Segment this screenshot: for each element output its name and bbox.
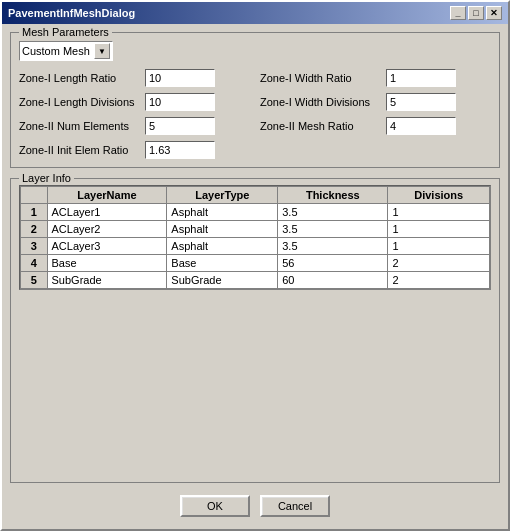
layer-table-container: LayerName LayerType Thickness Divisions …: [19, 185, 491, 290]
cell-thickness: 3.5: [278, 204, 388, 221]
dialog-window: PavementInfMeshDialog _ □ ✕ Mesh Paramet…: [0, 0, 510, 531]
zone1-len-div-input[interactable]: [145, 93, 215, 111]
cell-divisions: 1: [388, 204, 490, 221]
mesh-params-label: Mesh Parameters: [19, 26, 112, 38]
zone2-mesh-ratio-row: Zone-II Mesh Ratio: [260, 117, 491, 135]
cell-layername: ACLayer1: [47, 204, 167, 221]
zone1-wid-div-input[interactable]: [386, 93, 456, 111]
cell-num: 4: [21, 255, 48, 272]
cell-num: 2: [21, 221, 48, 238]
col-header-divisions: Divisions: [388, 187, 490, 204]
dropdown-arrow-icon: ▼: [94, 43, 110, 59]
layer-table: LayerName LayerType Thickness Divisions …: [20, 186, 490, 289]
dropdown-value: Custom Mesh: [22, 45, 90, 57]
cell-layername: ACLayer3: [47, 238, 167, 255]
zone1-len-ratio-label: Zone-I Length Ratio: [19, 72, 139, 84]
cell-layername: Base: [47, 255, 167, 272]
maximize-button[interactable]: □: [468, 6, 484, 20]
cell-divisions: 2: [388, 255, 490, 272]
close-button[interactable]: ✕: [486, 6, 502, 20]
cell-num: 5: [21, 272, 48, 289]
zone1-len-ratio-row: Zone-I Length Ratio: [19, 69, 250, 87]
zone1-wid-div-label: Zone-I Width Divisions: [260, 96, 380, 108]
zone2-init-elem-label: Zone-II Init Elem Ratio: [19, 144, 139, 156]
zone1-len-div-label: Zone-I Length Divisions: [19, 96, 139, 108]
cell-layertype: SubGrade: [167, 272, 278, 289]
title-bar: PavementInfMeshDialog _ □ ✕: [2, 2, 508, 24]
mesh-type-dropdown[interactable]: Custom Mesh ▼: [19, 41, 113, 61]
zone1-wid-ratio-row: Zone-I Width Ratio: [260, 69, 491, 87]
cell-num: 3: [21, 238, 48, 255]
table-row: 1 ACLayer1 Asphalt 3.5 1: [21, 204, 490, 221]
zone2-mesh-ratio-label: Zone-II Mesh Ratio: [260, 120, 380, 132]
minimize-button[interactable]: _: [450, 6, 466, 20]
cell-divisions: 1: [388, 238, 490, 255]
cell-layername: SubGrade: [47, 272, 167, 289]
cell-thickness: 3.5: [278, 238, 388, 255]
title-bar-text: PavementInfMeshDialog: [8, 7, 135, 19]
cell-layertype: Asphalt: [167, 221, 278, 238]
zone2-num-elem-input[interactable]: [145, 117, 215, 135]
table-row: 4 Base Base 56 2: [21, 255, 490, 272]
zone1-wid-div-row: Zone-I Width Divisions: [260, 93, 491, 111]
mesh-params-group: Mesh Parameters Custom Mesh ▼ Zone-I Len…: [10, 32, 500, 168]
zone2-init-elem-row: Zone-II Init Elem Ratio: [19, 141, 250, 159]
zone1-len-ratio-input[interactable]: [145, 69, 215, 87]
col-header-num: [21, 187, 48, 204]
dropdown-row: Custom Mesh ▼: [19, 41, 491, 61]
param-grid: Zone-I Length Ratio Zone-I Width Ratio Z…: [19, 69, 491, 159]
table-header-row: LayerName LayerType Thickness Divisions: [21, 187, 490, 204]
cell-layertype: Asphalt: [167, 204, 278, 221]
cell-layertype: Asphalt: [167, 238, 278, 255]
zone1-wid-ratio-label: Zone-I Width Ratio: [260, 72, 380, 84]
empty-cell: [260, 141, 491, 159]
layer-info-label: Layer Info: [19, 172, 74, 184]
zone2-num-elem-label: Zone-II Num Elements: [19, 120, 139, 132]
zone2-num-elem-row: Zone-II Num Elements: [19, 117, 250, 135]
bottom-buttons: OK Cancel: [10, 489, 500, 521]
cell-layername: ACLayer2: [47, 221, 167, 238]
col-header-thickness: Thickness: [278, 187, 388, 204]
title-bar-buttons: _ □ ✕: [450, 6, 502, 20]
cell-layertype: Base: [167, 255, 278, 272]
table-row: 2 ACLayer2 Asphalt 3.5 1: [21, 221, 490, 238]
table-row: 3 ACLayer3 Asphalt 3.5 1: [21, 238, 490, 255]
cancel-button[interactable]: Cancel: [260, 495, 330, 517]
zone1-len-div-row: Zone-I Length Divisions: [19, 93, 250, 111]
cell-thickness: 60: [278, 272, 388, 289]
layer-info-group: Layer Info LayerName LayerType Thickness…: [10, 178, 500, 483]
cell-num: 1: [21, 204, 48, 221]
col-header-layertype: LayerType: [167, 187, 278, 204]
table-row: 5 SubGrade SubGrade 60 2: [21, 272, 490, 289]
dialog-content: Mesh Parameters Custom Mesh ▼ Zone-I Len…: [2, 24, 508, 529]
ok-button[interactable]: OK: [180, 495, 250, 517]
cell-divisions: 2: [388, 272, 490, 289]
cell-thickness: 3.5: [278, 221, 388, 238]
zone2-init-elem-input[interactable]: [145, 141, 215, 159]
col-header-layername: LayerName: [47, 187, 167, 204]
cell-thickness: 56: [278, 255, 388, 272]
zone1-wid-ratio-input[interactable]: [386, 69, 456, 87]
cell-divisions: 1: [388, 221, 490, 238]
zone2-mesh-ratio-input[interactable]: [386, 117, 456, 135]
